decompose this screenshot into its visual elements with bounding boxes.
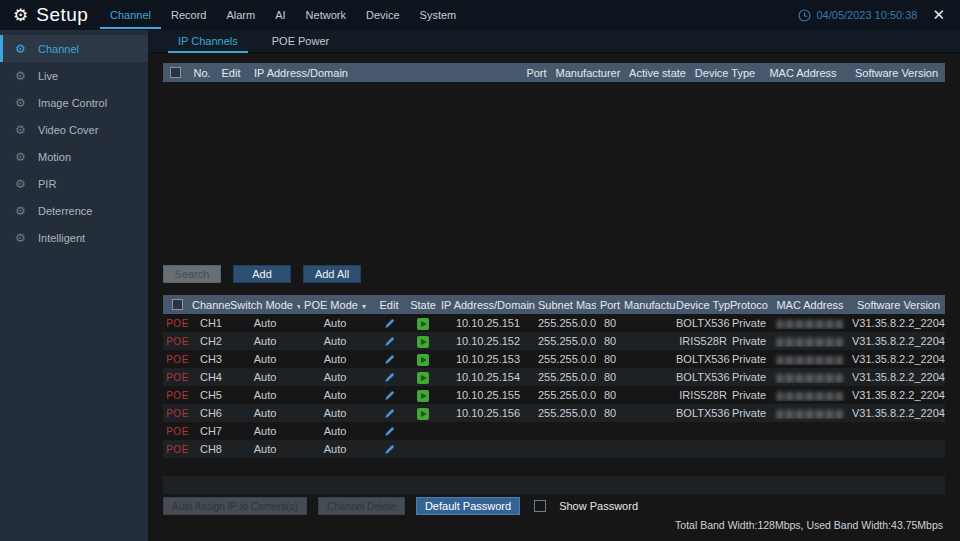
sidebar-item-pir[interactable]: ⚙PIR	[0, 170, 148, 197]
poe-label: POE	[163, 318, 192, 329]
sidebar-item-video-cover[interactable]: ⚙Video Cover	[0, 116, 148, 143]
mac-cell	[768, 407, 852, 419]
edit-pencil-icon[interactable]	[384, 336, 395, 347]
tab-poe-power[interactable]: POE Power	[272, 30, 329, 52]
column-label: State	[410, 299, 436, 311]
channel-label: CH2	[192, 335, 230, 347]
edit-cell	[370, 407, 408, 420]
sidebar-item-channel[interactable]: ⚙Channel	[0, 35, 148, 62]
column-header-port: Port	[520, 67, 553, 79]
software-version-value: V31.35.8.2.2_220425	[852, 407, 945, 419]
select-all-checkbox[interactable]	[170, 67, 181, 78]
menu-ai[interactable]: AI	[273, 0, 287, 30]
edit-cell	[370, 317, 408, 330]
mac-address-redacted	[777, 374, 843, 383]
column-header-protocol: Protocol	[730, 299, 768, 311]
menu-system[interactable]: System	[418, 0, 459, 30]
channel-row-ch4[interactable]: POECH4AutoAuto10.10.25.154255.255.0.080B…	[163, 368, 945, 386]
column-header-poe-mode[interactable]: POE Mode▾	[300, 299, 370, 311]
channel-row-ch6[interactable]: POECH6AutoAuto10.10.25.156255.255.0.080B…	[163, 404, 945, 422]
gear-icon: ⚙	[15, 43, 28, 55]
state-play-icon[interactable]	[417, 354, 429, 366]
poe-mode-value: Auto	[300, 353, 370, 365]
poe-mode-value: Auto	[300, 317, 370, 329]
ip-address-value: 10.10.25.151	[438, 317, 538, 329]
mac-cell	[768, 335, 852, 347]
channel-row-ch8[interactable]: POECH8AutoAuto	[163, 440, 945, 458]
poe-label: POE	[163, 390, 192, 401]
select-all-checkbox[interactable]	[172, 299, 183, 310]
switch-mode-value: Auto	[230, 371, 300, 383]
mac-cell	[768, 317, 852, 329]
poe-mode-value: Auto	[300, 407, 370, 419]
subnet-mask-value: 255.255.0.0	[538, 389, 596, 401]
state-cell	[408, 334, 438, 347]
gear-icon: ⚙	[15, 70, 28, 82]
sidebar-item-live[interactable]: ⚙Live	[0, 62, 148, 89]
software-version-value: V31.35.8.2.2_220425	[852, 317, 945, 329]
auto-assign-ip-button: Auto Assign IP to Camera(s)	[163, 497, 307, 515]
default-password-button[interactable]: Default Password	[416, 497, 520, 515]
edit-pencil-icon[interactable]	[384, 444, 395, 455]
column-header-manufacturer: Manufacturer	[624, 299, 676, 311]
topbar-right: 04/05/2023 10:50:38 ✕	[798, 6, 960, 24]
channel-table-header: ChannelSwitch Mode▾POE Mode▾EditStateIP …	[163, 295, 945, 314]
channel-row-ch2[interactable]: POECH2AutoAuto10.10.25.152255.255.0.080I…	[163, 332, 945, 350]
switch-mode-value: Auto	[230, 425, 300, 437]
column-header-active-state: Active state	[623, 67, 692, 79]
channel-row-ch7[interactable]: POECH7AutoAuto	[163, 422, 945, 440]
subnet-mask-value: 255.255.0.0	[538, 317, 596, 329]
gear-icon: ⚙	[15, 124, 28, 136]
state-play-icon[interactable]	[417, 390, 429, 402]
edit-pencil-icon[interactable]	[384, 390, 395, 401]
menu-device[interactable]: Device	[364, 0, 402, 30]
channel-row-ch5[interactable]: POECH5AutoAuto10.10.25.155255.255.0.080I…	[163, 386, 945, 404]
switch-mode-value: Auto	[230, 443, 300, 455]
channel-label: CH6	[192, 407, 230, 419]
menu-record[interactable]: Record	[169, 0, 208, 30]
empty-row	[163, 476, 945, 494]
menu-channel[interactable]: Channel	[108, 0, 153, 30]
state-play-icon[interactable]	[417, 372, 429, 384]
edit-pencil-icon[interactable]	[384, 426, 395, 437]
add-all-button[interactable]: Add All	[303, 265, 361, 283]
column-header-state: State	[408, 299, 438, 311]
empty-row	[163, 458, 945, 476]
menu-network[interactable]: Network	[304, 0, 348, 30]
gear-logo-icon: ⚙	[13, 7, 28, 24]
search-actions: Search Add Add All	[163, 265, 361, 283]
edit-pencil-icon[interactable]	[384, 408, 395, 419]
mac-address-redacted	[777, 338, 843, 347]
sidebar-item-label: Motion	[38, 151, 71, 163]
channel-row-ch3[interactable]: POECH3AutoAuto10.10.25.153255.255.0.080B…	[163, 350, 945, 368]
sidebar-item-motion[interactable]: ⚙Motion	[0, 143, 148, 170]
software-version-value: V31.35.8.2.2_220425	[852, 335, 945, 347]
subnet-mask-value: 255.255.0.0	[538, 371, 596, 383]
switch-mode-value: Auto	[230, 407, 300, 419]
datetime: 04/05/2023 10:50:38	[798, 9, 917, 22]
poe-mode-value: Auto	[300, 389, 370, 401]
show-password-checkbox[interactable]	[534, 500, 546, 512]
column-label: POE Mode	[304, 299, 358, 311]
sidebar-item-intelligent[interactable]: ⚙Intelligent	[0, 224, 148, 251]
sidebar-item-deterrence[interactable]: ⚙Deterrence	[0, 197, 148, 224]
state-cell	[408, 406, 438, 419]
sidebar-item-image-control[interactable]: ⚙Image Control	[0, 89, 148, 116]
state-play-icon[interactable]	[417, 408, 429, 420]
menu-alarm[interactable]: Alarm	[224, 0, 257, 30]
state-play-icon[interactable]	[417, 336, 429, 348]
close-icon[interactable]: ✕	[929, 6, 948, 24]
edit-pencil-icon[interactable]	[384, 354, 395, 365]
channel-row-ch1[interactable]: POECH1AutoAuto10.10.25.151255.255.0.080B…	[163, 314, 945, 332]
edit-cell	[370, 443, 408, 456]
tab-ip-channels[interactable]: IP Channels	[178, 30, 238, 52]
edit-pencil-icon[interactable]	[384, 318, 395, 329]
state-play-icon[interactable]	[417, 318, 429, 330]
add-button[interactable]: Add	[233, 265, 291, 283]
ip-address-value: 10.10.25.153	[438, 353, 538, 365]
column-header-switch-mode[interactable]: Switch Mode▾	[230, 299, 300, 311]
poe-label: POE	[163, 372, 192, 383]
poe-mode-value: Auto	[300, 443, 370, 455]
edit-pencil-icon[interactable]	[384, 372, 395, 383]
topbar: ⚙ Setup ChannelRecordAlarmAINetworkDevic…	[0, 0, 960, 30]
